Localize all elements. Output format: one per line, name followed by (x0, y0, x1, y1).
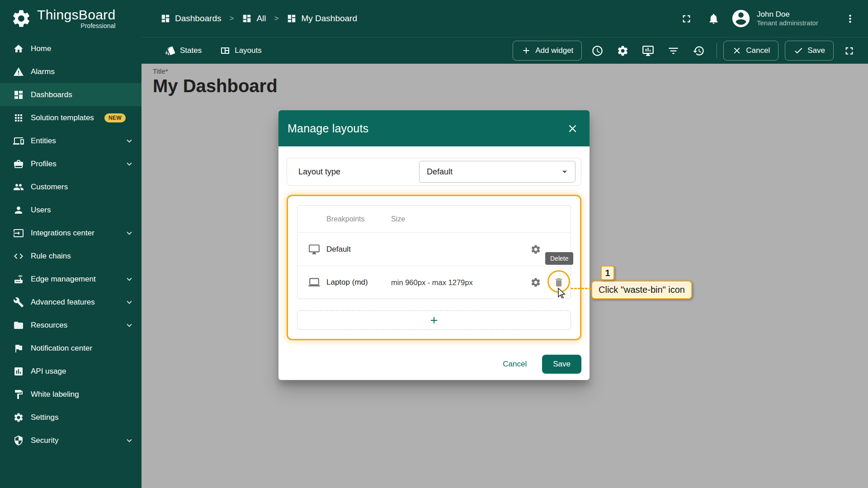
router-icon (13, 274, 24, 285)
dialog-body: Layout type Default Breakpoints Size Def… (278, 146, 590, 380)
breadcrumb-item-my-dashboard[interactable]: My Dashboard (287, 14, 357, 23)
version-control-button[interactable] (689, 41, 708, 61)
brand-name: ThingsBoard (37, 8, 115, 22)
cancel-edit-button[interactable]: Cancel (723, 41, 778, 61)
sidebar-item-label: Users (31, 206, 51, 215)
toolbar-right: Add widget Cancel Save (513, 41, 859, 61)
dialog-title: Manage layouts (288, 122, 368, 135)
gear-icon (530, 244, 541, 255)
sidebar-item-profiles[interactable]: Profiles (0, 152, 142, 175)
monitor-chart-icon (642, 45, 654, 57)
sidebar-item-notification-center[interactable]: Notification center (0, 337, 142, 360)
history-icon (693, 45, 705, 57)
sidebar-item-label: Edge management (31, 275, 96, 284)
layouts-panel-highlight: Breakpoints Size Default Laptop (md) (287, 195, 581, 340)
dialog-cancel-button[interactable]: Cancel (500, 356, 529, 372)
breakpoint-size: min 960px - max 1279px (391, 278, 526, 287)
dashboards-icon (13, 89, 24, 100)
dashboards-icon (160, 14, 170, 23)
shield-icon (13, 435, 24, 446)
person-icon (13, 205, 24, 216)
toolbar-fullscreen-button[interactable] (839, 41, 859, 61)
sidebar-item-customers[interactable]: Customers (0, 175, 142, 198)
desktop-icon (308, 244, 320, 255)
topbar-actions: John Doe Tenant administrator (669, 8, 860, 29)
sidebar-item-settings[interactable]: Settings (0, 406, 142, 429)
sidebar-item-api-usage[interactable]: API usage (0, 360, 142, 383)
clock-icon (591, 45, 604, 57)
sidebar-item-resources[interactable]: Resources (0, 314, 142, 337)
filters-button[interactable] (663, 41, 683, 61)
sidebar-item-integrations-center[interactable]: Integrations center (0, 221, 142, 244)
close-dialog-button[interactable] (562, 118, 582, 138)
fullscreen-icon (843, 45, 855, 57)
breadcrumb-item-all[interactable]: All (242, 14, 266, 23)
dialog-save-button[interactable]: Save (542, 355, 581, 374)
cursor-icon (556, 287, 567, 298)
sidebar-item-label: Alarms (31, 67, 55, 76)
toolbar-divider (717, 43, 717, 58)
time-window-button[interactable] (587, 41, 607, 61)
laptop-icon (308, 277, 320, 288)
layout-type-label: Layout type (298, 167, 340, 177)
layout-type-select[interactable]: Default (419, 161, 576, 183)
breadcrumb-label: Dashboards (175, 14, 221, 23)
sidebar-item-rule-chains[interactable]: Rule chains (0, 244, 142, 267)
breadcrumb-item-dashboards[interactable]: Dashboards (160, 14, 221, 23)
sidebar-item-dashboards[interactable]: Dashboards (0, 83, 142, 106)
annotation-connector-line (571, 288, 591, 289)
chevron-down-icon (124, 136, 134, 146)
table-row-laptop: Laptop (md) min 960px - max 1279px (297, 266, 571, 299)
dialog-header: Manage layouts (278, 110, 590, 146)
table-row-default: Default (297, 233, 571, 266)
home-icon (13, 43, 24, 54)
sidebar-item-home[interactable]: Home (0, 37, 142, 60)
sidebar-item-label: Integrations center (31, 229, 94, 238)
sidebar-item-white-labeling[interactable]: White labeling (0, 383, 142, 406)
sidebar-item-edge-management[interactable]: Edge management (0, 267, 142, 291)
sidebar-item-security[interactable]: Security (0, 429, 142, 452)
plus-icon (521, 46, 531, 56)
sidebar-item-solution-templates[interactable]: Solution templates NEW (0, 106, 142, 129)
sidebar-item-label: Notification center (31, 344, 92, 353)
new-badge: NEW (104, 113, 126, 122)
avatar[interactable] (731, 8, 751, 29)
breadcrumb-label: All (256, 14, 266, 23)
sidebar-item-label: Home (31, 44, 51, 53)
fullscreen-button[interactable] (676, 9, 696, 28)
sidebar-item-label: Customers (31, 183, 68, 192)
add-widget-button[interactable]: Add widget (513, 41, 582, 61)
topbar: Dashboards > All > My Dashboard John Doe… (142, 0, 868, 37)
brand[interactable]: ThingsBoard Professional (0, 0, 142, 37)
save-label: Save (807, 46, 825, 55)
sidebar-item-label: Rule chains (31, 252, 71, 261)
people-icon (13, 182, 24, 192)
sidebar-item-advanced-features[interactable]: Advanced features (0, 291, 142, 314)
more-menu-button[interactable] (840, 9, 860, 28)
breadcrumb-separator: > (274, 14, 279, 23)
sidebar-item-label: Security (31, 436, 58, 445)
notifications-button[interactable] (703, 9, 723, 28)
column-header-size: Size (391, 215, 571, 223)
gear-icon (617, 45, 629, 57)
sidebar-item-users[interactable]: Users (0, 198, 142, 221)
user-info: John Doe Tenant administrator (757, 9, 829, 28)
layout-settings-button[interactable] (526, 272, 546, 292)
sidebar-item-label: Entities (31, 136, 56, 145)
add-widget-label: Add widget (535, 46, 573, 55)
save-dashboard-button[interactable]: Save (785, 41, 834, 61)
sidebar: ThingsBoard Professional Home Alarms Das… (0, 0, 142, 488)
layouts-icon (220, 45, 231, 56)
layouts-button[interactable]: Layouts (215, 42, 266, 60)
breakpoint-name: Default (326, 245, 391, 254)
entity-aliases-button[interactable] (638, 41, 658, 61)
filter-icon (667, 45, 679, 57)
chart-box-icon (13, 366, 24, 377)
sidebar-item-alarms[interactable]: Alarms (0, 60, 142, 83)
states-button[interactable]: States (160, 42, 206, 60)
sidebar-item-entities[interactable]: Entities (0, 129, 142, 152)
layout-settings-button[interactable] (526, 239, 546, 259)
add-breakpoint-button[interactable] (297, 310, 571, 330)
dashboard-settings-button[interactable] (613, 41, 632, 61)
input-icon (13, 228, 24, 239)
